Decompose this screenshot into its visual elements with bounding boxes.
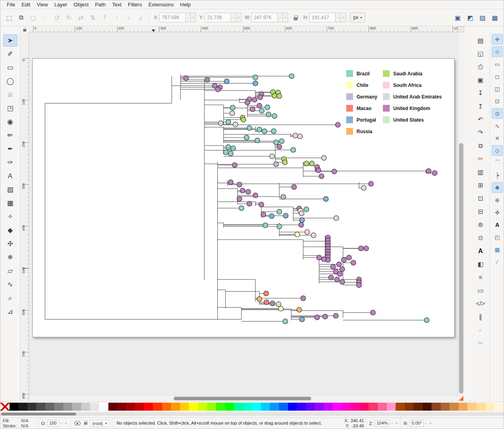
measure-tool[interactable]: ⊿ xyxy=(3,305,18,318)
bucket-fill-tool[interactable]: ◆ xyxy=(3,224,18,236)
palette-swatch[interactable] xyxy=(261,403,270,411)
lock-ratio-toggle[interactable] xyxy=(291,13,300,22)
scale-stroke-toggle-icon[interactable]: ▣ xyxy=(452,12,463,23)
redo-icon[interactable]: ↷ xyxy=(475,127,486,138)
palette-swatch[interactable] xyxy=(441,403,450,411)
tree-leaf-node[interactable] xyxy=(304,207,309,212)
scale-corners-toggle-icon[interactable]: ◩ xyxy=(465,12,476,23)
opacity-increment-button[interactable]: + xyxy=(64,421,68,425)
tree-leaf-node[interactable] xyxy=(335,277,340,282)
menu-layer[interactable]: Layer xyxy=(51,1,71,8)
tree-leaf-node[interactable] xyxy=(341,258,347,263)
palette-swatch[interactable] xyxy=(459,403,468,411)
tree-leaf-node[interactable] xyxy=(426,169,431,174)
tree-leaf-node[interactable] xyxy=(335,122,341,128)
height-input[interactable]: 191.417 xyxy=(309,13,335,22)
palette-swatch[interactable] xyxy=(360,403,369,411)
select-all-layers-icon[interactable]: ⧉ xyxy=(16,12,27,23)
tree-leaf-node[interactable] xyxy=(230,105,235,110)
palette-swatch[interactable] xyxy=(135,403,144,411)
snap-cusp-nodes-icon[interactable]: ◇ xyxy=(492,145,503,156)
pen-tool[interactable]: ✒ xyxy=(3,143,18,155)
tree-leaf-node[interactable] xyxy=(269,214,275,219)
zoom-increment-button[interactable]: + xyxy=(394,421,398,425)
snap-midpoints-icon[interactable]: ┝ xyxy=(492,170,503,181)
palette-swatch[interactable] xyxy=(144,403,153,411)
palette-swatch[interactable] xyxy=(342,403,351,411)
move-gradients-toggle-icon[interactable]: ▨ xyxy=(477,12,488,23)
tree-leaf-node[interactable] xyxy=(244,135,249,140)
find-icon[interactable]: ⌕ xyxy=(475,324,486,336)
palette-swatch[interactable] xyxy=(270,403,279,411)
tree-leaf-node[interactable] xyxy=(239,206,244,211)
select-all-icon[interactable]: ⬚ xyxy=(4,12,15,23)
tree-leaf-node[interactable] xyxy=(277,209,282,214)
palette-swatch[interactable] xyxy=(45,403,55,411)
lower-icon[interactable]: ↓ xyxy=(123,12,134,23)
tree-leaf-node[interactable] xyxy=(293,133,298,138)
vertical-scrollbar[interactable] xyxy=(458,32,464,395)
tree-leaf-node[interactable] xyxy=(283,213,288,218)
import-icon[interactable]: ↧ xyxy=(475,87,486,99)
tree-leaf-node[interactable] xyxy=(317,255,322,260)
menu-path[interactable]: Path xyxy=(92,1,109,8)
tree-leaf-node[interactable] xyxy=(224,79,229,84)
ellipse-tool[interactable]: ◯ xyxy=(3,75,18,87)
zoom-input[interactable]: 104% xyxy=(375,420,390,427)
palette-swatch[interactable] xyxy=(27,403,37,411)
tree-leaf-node[interactable] xyxy=(371,310,376,315)
palette-swatch[interactable] xyxy=(315,403,324,411)
palette-swatch[interactable] xyxy=(117,403,126,411)
tree-leaf-node[interactable] xyxy=(247,201,252,207)
export-icon[interactable]: ↥ xyxy=(475,100,486,112)
tree-leaf-node[interactable] xyxy=(272,114,277,119)
palette-swatch[interactable] xyxy=(378,403,387,411)
palette-swatch[interactable] xyxy=(297,403,306,411)
tree-leaf-node[interactable] xyxy=(322,257,327,262)
palette-swatch[interactable] xyxy=(324,403,333,411)
height-increment-button[interactable]: + xyxy=(341,13,346,22)
palette-swatch[interactable] xyxy=(18,403,27,411)
palette-swatch[interactable] xyxy=(171,403,180,411)
snap-others-icon[interactable]: ❖ xyxy=(492,182,503,193)
palette-swatch[interactable] xyxy=(126,403,135,411)
palette-swatch[interactable] xyxy=(10,403,19,411)
tree-leaf-node[interactable] xyxy=(270,301,275,306)
x-increment-button[interactable]: + xyxy=(191,13,196,22)
palette-swatch[interactable] xyxy=(225,403,234,411)
snap-object-centers-icon[interactable]: ⊕ xyxy=(492,195,503,205)
zoom-to-selection-icon[interactable]: ⊙ xyxy=(475,232,486,244)
move-patterns-toggle-icon[interactable]: ▩ xyxy=(489,12,500,23)
tree-leaf-node[interactable] xyxy=(259,108,265,114)
open-file-icon[interactable]: ◱ xyxy=(475,48,486,59)
snap-bbox-corners-icon[interactable]: ◻ xyxy=(492,71,503,82)
palette-swatch[interactable] xyxy=(63,403,73,411)
tree-leaf-node[interactable] xyxy=(297,307,302,313)
palette-swatch-none[interactable] xyxy=(0,403,10,411)
tree-leaf-node[interactable] xyxy=(351,260,356,266)
tree-leaf-node[interactable] xyxy=(281,195,286,200)
tree-leaf-node[interactable] xyxy=(246,189,251,195)
palette-swatch[interactable] xyxy=(423,403,432,411)
tree-leaf-node[interactable] xyxy=(340,267,345,272)
text-tool[interactable]: A xyxy=(3,170,18,182)
tree-leaf-node[interactable] xyxy=(282,160,288,165)
tree-leaf-node[interactable] xyxy=(255,138,260,143)
zoom-tool[interactable]: ⌕ xyxy=(3,292,18,304)
raise-icon[interactable]: ↑ xyxy=(111,12,122,23)
menu-text[interactable]: Text xyxy=(109,1,125,8)
eraser-tool[interactable]: ▱ xyxy=(3,265,18,277)
palette-swatch[interactable] xyxy=(72,403,81,411)
palette-swatch[interactable] xyxy=(414,403,423,411)
tree-leaf-node[interactable] xyxy=(205,77,210,83)
tree-leaf-node[interactable] xyxy=(252,97,257,102)
tree-leaf-node[interactable] xyxy=(250,107,255,112)
tree-leaf-node[interactable] xyxy=(299,211,304,216)
tree-leaf-node[interactable] xyxy=(279,139,284,144)
palette-swatch[interactable] xyxy=(288,403,297,411)
tree-leaf-node[interactable] xyxy=(301,296,306,301)
palette-swatch[interactable] xyxy=(99,403,108,411)
tree-leaf-node[interactable] xyxy=(272,93,277,98)
palette-swatch[interactable] xyxy=(486,403,495,411)
save-icon[interactable]: ▣ xyxy=(475,74,486,86)
